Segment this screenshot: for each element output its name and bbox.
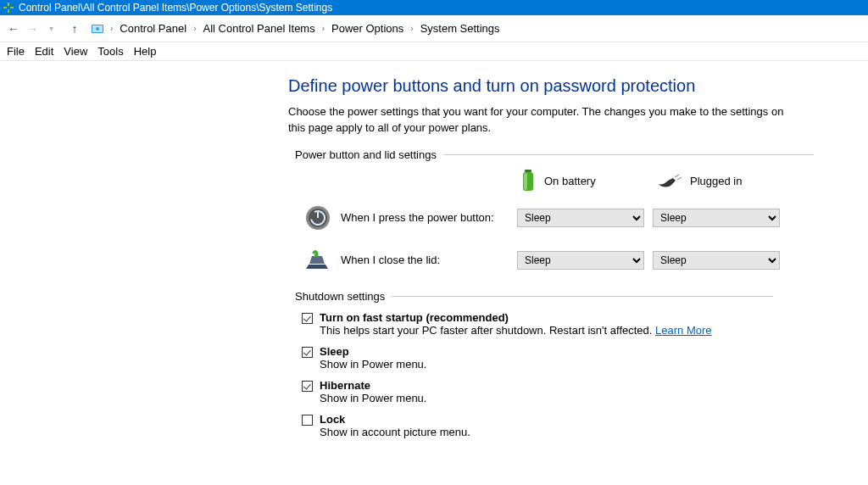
checkbox-icon[interactable] [302, 313, 313, 324]
nav-dropdown-button[interactable]: ▾ [42, 20, 59, 37]
row-power-button: When I press the power button: Sleep Sle… [305, 205, 814, 231]
svg-rect-2 [3, 7, 7, 8]
section-shutdown-settings: Shutdown settings Turn on fast startup (… [288, 290, 814, 438]
section-divider [392, 296, 773, 297]
checkbox-label: Sleep [320, 345, 349, 358]
checkbox-lock[interactable]: Lock Show in account picture menu. [302, 413, 814, 438]
nav-toolbar: ← → ▾ ↑ › Control Panel › All Control Pa… [0, 15, 868, 42]
svg-rect-0 [8, 3, 9, 6]
column-label-battery: On battery [544, 175, 596, 187]
menu-view[interactable]: View [62, 45, 89, 58]
menu-bar: File Edit View Tools Help [0, 42, 868, 61]
checkbox-label: Turn on fast startup (recommended) [320, 311, 509, 324]
checkbox-label: Lock [320, 413, 345, 426]
checkbox-icon[interactable] [302, 347, 313, 358]
section-label: Power button and lid settings [295, 148, 437, 161]
breadcrumb-system-settings[interactable]: System Settings [420, 22, 500, 35]
checkbox-fast-startup[interactable]: Turn on fast startup (recommended) This … [302, 311, 814, 337]
svg-rect-1 [8, 9, 9, 13]
nav-up-button[interactable]: ↑ [66, 20, 83, 37]
chevron-right-icon: › [110, 24, 113, 33]
row-label-power-button: When I press the power button: [341, 211, 494, 224]
column-label-plugged: Plugged in [690, 175, 742, 187]
breadcrumb-control-panel[interactable]: Control Panel [120, 22, 186, 35]
menu-help[interactable]: Help [132, 45, 159, 58]
breadcrumb-all-items[interactable]: All Control Panel Items [203, 22, 314, 35]
select-power-button-plugged[interactable]: Sleep [653, 209, 780, 227]
menu-file[interactable]: File [5, 45, 26, 58]
column-plugged-in: Plugged in [653, 174, 797, 189]
checkbox-description: Show in Power menu. [320, 392, 426, 404]
window-title: Control Panel\All Control Panel Items\Po… [19, 2, 332, 14]
plug-icon [656, 174, 682, 189]
page-subtitle: Choose the power settings that you want … [288, 104, 797, 137]
section-power-button-lid: Power button and lid settings [295, 148, 814, 161]
battery-icon [520, 170, 536, 193]
window-titlebar: Control Panel\All Control Panel Items\Po… [0, 0, 868, 15]
chevron-right-icon: › [410, 24, 413, 33]
section-label: Shutdown settings [295, 290, 385, 303]
control-panel-icon [90, 21, 105, 36]
row-label-close-lid: When I close the lid: [341, 254, 440, 266]
power-settings-table: On battery Plugged in When I press the p… [305, 170, 814, 273]
section-divider [443, 154, 814, 155]
app-icon [3, 3, 14, 13]
nav-back-button[interactable]: ← [5, 20, 22, 37]
breadcrumb-power-options[interactable]: Power Options [331, 22, 403, 35]
svg-rect-3 [10, 7, 14, 8]
learn-more-link[interactable]: Learn More [655, 324, 711, 337]
checkbox-sleep[interactable]: Sleep Show in Power menu. [302, 345, 814, 371]
checkbox-icon[interactable] [302, 415, 313, 426]
menu-edit[interactable]: Edit [33, 45, 55, 58]
select-power-button-battery[interactable]: Sleep [517, 209, 644, 227]
nav-forward-button[interactable]: → [24, 20, 41, 37]
checkbox-icon[interactable] [302, 381, 313, 392]
svg-line-10 [675, 175, 679, 177]
checkbox-label: Hibernate [320, 379, 370, 392]
checkbox-hibernate[interactable]: Hibernate Show in Power menu. [302, 379, 814, 404]
row-close-lid: When I close the lid: Sleep Sleep [305, 248, 814, 273]
checkbox-description: Show in account picture menu. [320, 426, 470, 438]
chevron-right-icon: › [193, 24, 196, 33]
page-title: Define power buttons and turn on passwor… [288, 76, 814, 96]
column-on-battery: On battery [517, 170, 653, 193]
power-button-icon [305, 205, 331, 231]
svg-line-11 [677, 177, 682, 180]
checkbox-description: This helps start your PC faster after sh… [320, 324, 655, 337]
settings-header-row: On battery Plugged in [305, 170, 814, 193]
breadcrumb: › Control Panel › All Control Panel Item… [110, 22, 500, 35]
checkbox-description: Show in Power menu. [320, 358, 426, 371]
svg-rect-7 [525, 170, 531, 172]
chevron-right-icon: › [322, 24, 325, 33]
svg-rect-9 [524, 173, 527, 190]
menu-tools[interactable]: Tools [96, 45, 125, 58]
main-content: Define power buttons and turn on passwor… [0, 61, 814, 438]
laptop-lid-icon [305, 248, 331, 273]
svg-point-6 [96, 27, 99, 31]
select-close-lid-battery[interactable]: Sleep [517, 251, 644, 270]
select-close-lid-plugged[interactable]: Sleep [653, 251, 780, 270]
